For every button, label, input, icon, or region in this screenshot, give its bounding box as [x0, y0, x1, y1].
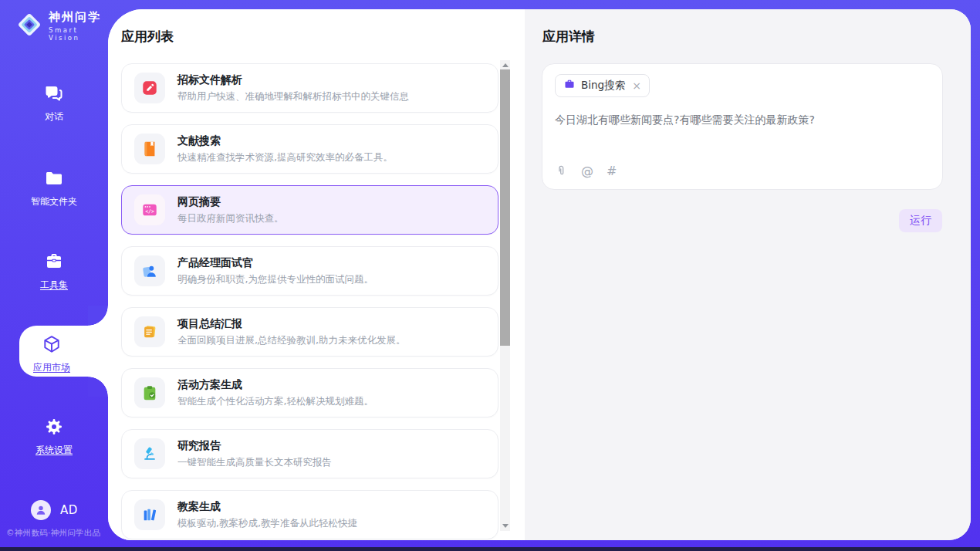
app-card[interactable]: 项目总结汇报 全面回顾项目进展,总结经验教训,助力未来优化发展。: [121, 307, 498, 357]
paperclip-icon[interactable]: [555, 164, 568, 177]
book-icon: [134, 134, 165, 164]
sidebar-item-briefcase[interactable]: 工具集: [0, 252, 108, 292]
brand-name: 神州问学: [49, 10, 108, 25]
cube-icon: [42, 334, 62, 354]
app-card[interactable]: </> 网页摘要 每日政府新闻资讯快查。: [121, 185, 498, 235]
interview-icon: [134, 255, 165, 286]
sidebar-item-cube[interactable]: 应用市场: [19, 326, 108, 377]
user-avatar-icon: [31, 500, 51, 520]
user-chip[interactable]: AD: [31, 500, 78, 520]
svg-text:</>: </>: [145, 208, 154, 215]
prompt-input[interactable]: 今日湖北有哪些新闻要点?有哪些需要关注的最新政策?: [555, 112, 930, 128]
app-card[interactable]: 教案生成 模板驱动,教案秒成,教学准备从此轻松快捷: [121, 490, 498, 539]
browser-code-icon: </>: [134, 194, 165, 225]
sidebar: 神州问学 Smart Vision 对话 智能文件夹 工具集 应用市场 系统设置…: [0, 0, 108, 547]
app-card-title: 文献搜索: [177, 134, 393, 148]
tool-tag-label: Bing搜索: [581, 79, 625, 93]
folder-icon: [44, 168, 64, 188]
app-detail-panel: 应用详情 Bing搜索 × 今日湖北有哪些新闻要点?有哪些需要关注的最新政策? …: [525, 9, 971, 540]
app-card-title: 招标文件解析: [177, 73, 409, 87]
tool-tag-bing-search[interactable]: Bing搜索 ×: [555, 74, 650, 97]
app-card-title: 活动方案生成: [177, 378, 373, 392]
prompt-toolbar: @#: [555, 164, 617, 177]
mention-icon[interactable]: @: [581, 164, 593, 177]
app-card-desc: 每日政府新闻资讯快查。: [177, 212, 284, 225]
app-card-title: 研究报告: [177, 439, 332, 453]
list-scrollbar[interactable]: [500, 60, 510, 531]
app-card-desc: 一键智能生成高质量长文本研究报告: [177, 456, 332, 469]
brand-diamond-icon: [15, 11, 43, 42]
app-card-title: 项目总结汇报: [177, 317, 405, 331]
app-card[interactable]: 招标文件解析 帮助用户快速、准确地理解和解析招标书中的关键信息: [121, 63, 498, 113]
app-card-desc: 模板驱动,教案秒成,教学准备从此轻松快捷: [177, 517, 357, 530]
app-card-title: 产品经理面试官: [177, 256, 373, 270]
app-card-desc: 快速精准查找学术资源,提高研究效率的必备工具。: [177, 151, 393, 164]
app-card-title: 教案生成: [177, 500, 357, 514]
hash-icon[interactable]: #: [607, 164, 617, 177]
sidebar-item-chat[interactable]: 对话: [0, 83, 108, 123]
brand-tagline: Smart Vision: [49, 26, 108, 42]
copyright-text: ©神州数码·神州问学出品: [6, 528, 114, 539]
pen-square-icon: [134, 73, 165, 103]
app-list-title: 应用列表: [121, 28, 498, 45]
scrollbar-thumb[interactable]: [500, 69, 510, 346]
app-card-desc: 明确身份和职责,为您提供专业性的面试问题。: [177, 273, 373, 286]
gear-icon: [44, 417, 64, 437]
sidebar-item-folder[interactable]: 智能文件夹: [0, 168, 108, 208]
close-icon[interactable]: ×: [632, 79, 641, 92]
scroll-down-icon[interactable]: [500, 521, 510, 531]
app-card[interactable]: 活动方案生成 智能生成个性化活动方案,轻松解决规划难题。: [121, 368, 498, 417]
clipboard-check-icon: [134, 377, 165, 408]
app-list: 招标文件解析 帮助用户快速、准确地理解和解析招标书中的关键信息 文献搜索 快速精…: [121, 63, 498, 539]
chat-icon: [44, 83, 64, 103]
microscope-icon: [134, 438, 165, 469]
app-card-desc: 帮助用户快速、准确地理解和解析招标书中的关键信息: [177, 90, 409, 103]
briefcase-icon: [563, 78, 576, 93]
app-card[interactable]: 文献搜索 快速精准查找学术资源,提高研究效率的必备工具。: [121, 124, 498, 174]
notes-icon: [134, 316, 165, 347]
app-card[interactable]: 产品经理面试官 明确身份和职责,为您提供专业性的面试问题。: [121, 246, 498, 296]
app-list-panel: 应用列表 招标文件解析 帮助用户快速、准确地理解和解析招标书中的关键信息 文献搜…: [108, 9, 525, 540]
app-card-desc: 全面回顾项目进展,总结经验教训,助力未来优化发展。: [177, 334, 405, 347]
app-card[interactable]: 研究报告 一键智能生成高质量长文本研究报告: [121, 429, 498, 478]
brand-logo: 神州问学 Smart Vision: [15, 10, 108, 42]
briefcase-icon: [44, 252, 64, 272]
books-icon: [134, 499, 165, 530]
user-name: AD: [60, 503, 78, 517]
prompt-card: Bing搜索 × 今日湖北有哪些新闻要点?有哪些需要关注的最新政策? @#: [542, 63, 943, 190]
sidebar-item-gear[interactable]: 系统设置: [0, 417, 108, 457]
app-card-title: 网页摘要: [177, 195, 284, 209]
main-panel: 应用列表 招标文件解析 帮助用户快速、准确地理解和解析招标书中的关键信息 文献搜…: [108, 9, 971, 540]
app-card-desc: 智能生成个性化活动方案,轻松解决规划难题。: [177, 395, 373, 408]
run-button[interactable]: 运行: [899, 209, 942, 232]
app-detail-title: 应用详情: [542, 28, 971, 45]
